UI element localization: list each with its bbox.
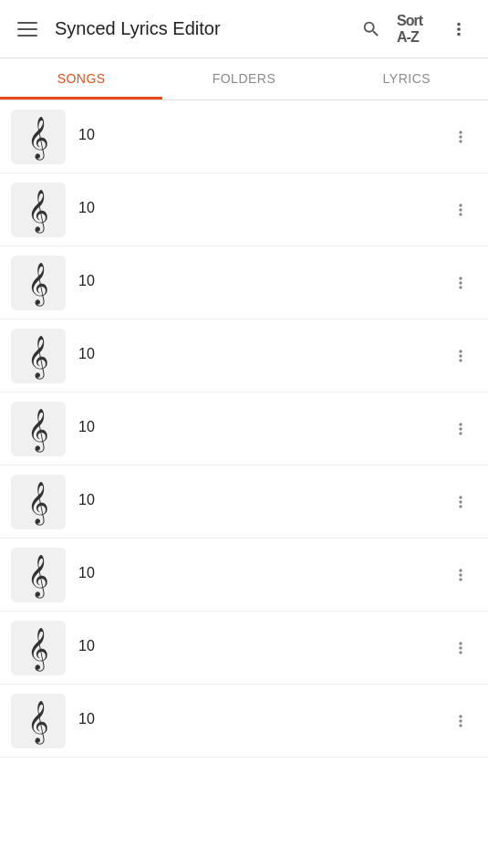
song-title: 10 bbox=[78, 127, 444, 143]
more-options-button[interactable] bbox=[441, 11, 477, 47]
song-more-button[interactable] bbox=[444, 193, 477, 226]
song-more-button[interactable] bbox=[444, 705, 477, 737]
menu-icon[interactable] bbox=[11, 13, 44, 46]
song-info: 10 bbox=[78, 492, 444, 512]
song-more-button[interactable] bbox=[444, 267, 477, 299]
search-button[interactable] bbox=[353, 11, 389, 47]
tab-folders[interactable]: FOLDERS bbox=[162, 58, 325, 99]
music-clef-icon: 𝄞 bbox=[27, 265, 49, 301]
music-clef-icon: 𝄞 bbox=[27, 411, 49, 447]
list-item[interactable]: 𝄞 10 bbox=[0, 539, 488, 612]
song-thumbnail: 𝄞 bbox=[11, 548, 66, 602]
song-more-button[interactable] bbox=[444, 413, 477, 445]
song-title: 10 bbox=[78, 273, 444, 289]
song-info: 10 bbox=[78, 565, 444, 585]
music-clef-icon: 𝄞 bbox=[27, 338, 49, 374]
song-more-button[interactable] bbox=[444, 486, 477, 518]
tab-bar: SONGS FOLDERS LYRICS bbox=[0, 58, 488, 100]
app-header: Synced Lyrics Editor Sort A-Z bbox=[0, 0, 488, 58]
song-more-button[interactable] bbox=[444, 559, 477, 591]
song-info: 10 bbox=[78, 127, 444, 147]
list-item[interactable]: 𝄞 10 bbox=[0, 173, 488, 246]
music-clef-icon: 𝄞 bbox=[27, 557, 49, 593]
song-title: 10 bbox=[78, 346, 444, 362]
song-thumbnail: 𝄞 bbox=[11, 256, 66, 310]
list-item[interactable]: 𝄞 10 bbox=[0, 246, 488, 319]
song-info: 10 bbox=[78, 273, 444, 293]
sort-az-button[interactable]: Sort A-Z bbox=[397, 11, 433, 47]
app-title: Synced Lyrics Editor bbox=[55, 18, 353, 39]
music-clef-icon: 𝄞 bbox=[27, 630, 49, 666]
song-title: 10 bbox=[78, 638, 444, 654]
song-more-button[interactable] bbox=[444, 120, 477, 153]
song-more-button[interactable] bbox=[444, 340, 477, 372]
list-item[interactable]: 𝄞 10 bbox=[0, 319, 488, 392]
song-thumbnail: 𝄞 bbox=[11, 621, 66, 675]
music-clef-icon: 𝄞 bbox=[27, 119, 49, 155]
song-title: 10 bbox=[78, 711, 444, 727]
song-info: 10 bbox=[78, 346, 444, 366]
song-thumbnail: 𝄞 bbox=[11, 329, 66, 383]
song-title: 10 bbox=[78, 565, 444, 581]
song-thumbnail: 𝄞 bbox=[11, 475, 66, 529]
tab-lyrics[interactable]: LYRICS bbox=[326, 58, 488, 99]
list-item[interactable]: 𝄞 10 bbox=[0, 465, 488, 539]
list-item[interactable]: 𝄞 10 bbox=[0, 612, 488, 685]
song-info: 10 bbox=[78, 419, 444, 439]
song-title: 10 bbox=[78, 419, 444, 435]
song-thumbnail: 𝄞 bbox=[11, 110, 66, 164]
song-more-button[interactable] bbox=[444, 632, 477, 664]
list-item[interactable]: 𝄞 10 bbox=[0, 392, 488, 465]
music-clef-icon: 𝄞 bbox=[27, 192, 49, 228]
song-thumbnail: 𝄞 bbox=[11, 402, 66, 456]
song-list: 𝄞 10 𝄞 10 bbox=[0, 100, 488, 758]
song-info: 10 bbox=[78, 200, 444, 220]
list-item[interactable]: 𝄞 10 bbox=[0, 685, 488, 758]
tab-songs[interactable]: SONGS bbox=[0, 58, 162, 99]
song-thumbnail: 𝄞 bbox=[11, 694, 66, 748]
music-clef-icon: 𝄞 bbox=[27, 703, 49, 739]
song-thumbnail: 𝄞 bbox=[11, 183, 66, 237]
song-info: 10 bbox=[78, 638, 444, 658]
list-item[interactable]: 𝄞 10 bbox=[0, 100, 488, 173]
header-actions: Sort A-Z bbox=[353, 11, 477, 47]
song-info: 10 bbox=[78, 711, 444, 731]
song-title: 10 bbox=[78, 200, 444, 216]
az-icon: Sort A-Z bbox=[397, 13, 433, 46]
music-clef-icon: 𝄞 bbox=[27, 484, 49, 520]
song-title: 10 bbox=[78, 492, 444, 508]
